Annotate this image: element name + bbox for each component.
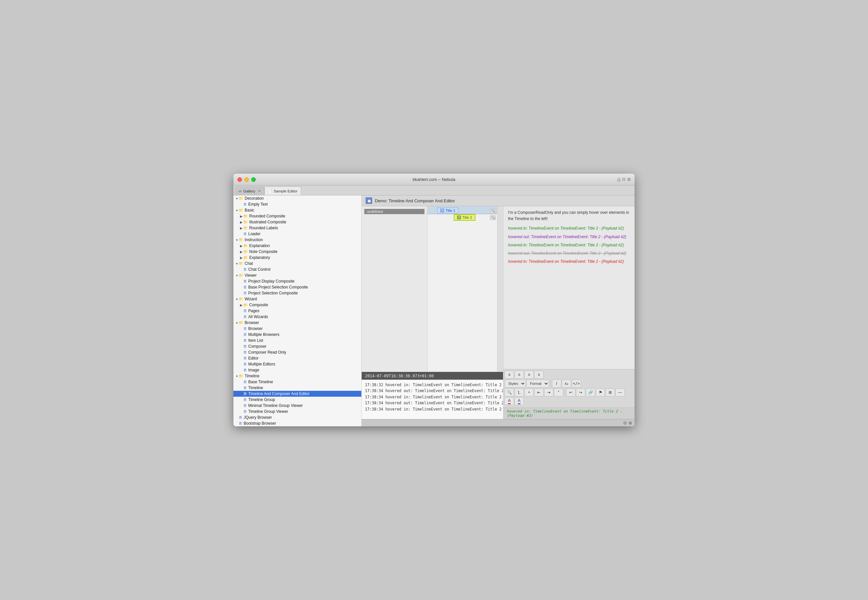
- align-left-button[interactable]: ≡: [505, 371, 514, 379]
- quote-button[interactable]: ": [554, 388, 563, 396]
- sidebar-item-jquery-browser[interactable]: 🖹 JQuery Browser: [233, 414, 361, 420]
- ordered-list-button[interactable]: 1.: [514, 388, 524, 396]
- sidebar-item-decoration[interactable]: ▾ 📁 Decoration: [233, 195, 361, 202]
- expand-window-icon[interactable]: ⊞: [629, 421, 632, 425]
- folder-icon-basic: 📁: [239, 208, 243, 212]
- sidebar-item-pages[interactable]: 🖹 Pages: [233, 308, 361, 314]
- hover-event-0: hovered in: TimelineEvent on TimelineEve…: [508, 225, 630, 232]
- sidebar-item-explanation[interactable]: ▶ 📁 Explanation: [233, 243, 361, 249]
- scroll-btn-bottom[interactable]: 🔍: [490, 215, 496, 220]
- sidebar-item-empty-text[interactable]: 🖹 Empty Text: [233, 202, 361, 207]
- sidebar-item-browser[interactable]: 🖹 Browser: [233, 326, 361, 332]
- sidebar-item-bootstrap-browser[interactable]: 🖹 Bootstrap Browser: [233, 420, 361, 426]
- leaf-icon-multiple-browsers: 🖹: [243, 333, 247, 336]
- sidebar-item-multiple-editors[interactable]: 🖹 Multiple Editors: [233, 361, 361, 367]
- sidebar-item-browser-folder[interactable]: ▾ 📁 Browser: [233, 320, 361, 326]
- table-button[interactable]: ⊞: [606, 388, 615, 396]
- hover-event-3: hovered out: TimelineEvent on TimelineEv…: [508, 250, 630, 256]
- sidebar-item-all-wizards[interactable]: 🖹 All Wizards: [233, 314, 361, 320]
- minimize-button[interactable]: [244, 177, 249, 182]
- sidebar-item-multiple-browsers[interactable]: 🖹 Multiple Browsers: [233, 332, 361, 338]
- maximize-button[interactable]: [251, 177, 256, 182]
- sidebar-item-illustrated-composite[interactable]: ▶ 📁 Illustrated Composite: [233, 219, 361, 225]
- label-composer-read-only: Composer Read Only: [248, 350, 286, 355]
- label-viewer: Viewer: [245, 273, 256, 277]
- sidebar-item-explanatory[interactable]: ▶ 📁 Explanatory: [233, 255, 361, 261]
- share-icon[interactable]: ⎙: [617, 177, 620, 182]
- title-2-label: Title 2: [462, 215, 472, 220]
- tab-gallery-label: Gallery: [243, 189, 255, 193]
- flag-button[interactable]: ⚑: [596, 388, 605, 396]
- demo-icon: ▣: [366, 197, 372, 204]
- label-bootstrap-browser: Bootstrap Browser: [243, 421, 276, 426]
- sidebar-item-rounded-composite[interactable]: ▶ 📁 Rounded Composite: [233, 213, 361, 219]
- demo-content: undefined ? Title 1 🔍: [361, 206, 635, 419]
- sidebar-item-timeline[interactable]: 🖹 Timeline: [233, 385, 361, 391]
- sidebar-item-chat-control[interactable]: 🖹 Chat Control: [233, 267, 361, 272]
- format-select[interactable]: Format: [526, 380, 549, 388]
- sidebar-item-chat[interactable]: ▾ 📁 Chat: [233, 261, 361, 267]
- timestamp-value: 2014-07-09T16:38:30.973+01:00: [365, 374, 434, 378]
- window-controls: [237, 177, 256, 182]
- leaf-icon-browser: 🖹: [243, 327, 247, 330]
- sidebar-item-timeline-and-composer-and-editor[interactable]: 🖹 Timeline And Composer And Editor: [233, 391, 361, 397]
- italic-button[interactable]: I: [552, 380, 561, 388]
- code-button[interactable]: </>: [572, 380, 581, 388]
- sidebar-item-timeline-group-viewer[interactable]: 🖹 Timeline Group Viewer: [233, 409, 361, 414]
- sidebar-item-project-selection-composite[interactable]: 🖹 Project Selection Composite: [233, 290, 361, 296]
- hover-event-4: hovered in: TimelineEvent on TimelineEve…: [508, 259, 630, 265]
- minimize-icon[interactable]: ⊟: [623, 421, 627, 425]
- sidebar-item-timeline-group[interactable]: 🖹 Timeline Group: [233, 397, 361, 403]
- sidebar-item-loader[interactable]: 🖹 Loader: [233, 231, 361, 237]
- sidebar-item-composer-read-only[interactable]: 🖹 Composer Read Only: [233, 349, 361, 355]
- sidebar-item-editor[interactable]: 🖹 Editor: [233, 355, 361, 361]
- label-composite: Composite: [249, 303, 268, 307]
- unordered-list-button[interactable]: •: [525, 388, 534, 396]
- timeline-scrollbar[interactable]: [497, 206, 503, 372]
- toolbar-row-lists: 🔍 1. • ⇤ ⇥ " ↩ ↪ 🔗 ⚑: [505, 388, 633, 396]
- redo-button[interactable]: ↪: [576, 388, 585, 396]
- sidebar-item-rounded-labels[interactable]: ▶ 📁 Rounded Labels: [233, 225, 361, 231]
- log-area: 17:38:32 hovered in: TimelineEvent on Ti…: [361, 380, 503, 419]
- link-button[interactable]: 🔗: [586, 388, 595, 396]
- tab-gallery[interactable]: 🗂 Gallery ✕: [235, 186, 265, 195]
- sidebar-item-instruction[interactable]: ▾ 📁 Instruction: [233, 237, 361, 243]
- styles-select[interactable]: Styles: [505, 380, 526, 388]
- restore-icon[interactable]: ⊡: [622, 177, 625, 182]
- leaf-icon-mtgv: 🖹: [243, 404, 247, 408]
- sidebar-item-item-list[interactable]: 🖹 Item List: [233, 338, 361, 344]
- sidebar-item-base-project-selection-composite[interactable]: 🖹 Base Project Selection Composite: [233, 284, 361, 290]
- sidebar-item-viewer[interactable]: ▾ 📁 Viewer: [233, 272, 361, 278]
- sidebar-item-image[interactable]: 🖹 Image: [233, 367, 361, 373]
- tab-gallery-close[interactable]: ✕: [258, 189, 261, 193]
- sidebar-item-wizard[interactable]: ▾ 📁 Wizard: [233, 296, 361, 302]
- font-color-button[interactable]: A: [505, 397, 514, 405]
- search-button[interactable]: 🔍: [505, 388, 514, 396]
- align-center-button[interactable]: ≡: [514, 371, 524, 379]
- subscript-button[interactable]: x₂: [562, 380, 571, 388]
- sidebar-item-composite[interactable]: ▶ 📁 Composite: [233, 302, 361, 308]
- sidebar-item-base-timeline[interactable]: 🖹 Base Timeline: [233, 379, 361, 385]
- toolbar-divider-1: [550, 380, 551, 387]
- tab-sample-editor[interactable]: 📄 Sample Editor: [265, 186, 301, 195]
- align-right-button[interactable]: ≡: [525, 371, 534, 379]
- folder-icon-composite: 📁: [243, 303, 248, 307]
- undo-button[interactable]: ↩: [566, 388, 575, 396]
- undefined-badge: undefined: [364, 209, 425, 214]
- align-justify-button[interactable]: ≡: [534, 371, 543, 379]
- sidebar-item-minimal-timeline-group-viewer[interactable]: 🖹 Minimal Timeline Group Viewer: [233, 403, 361, 409]
- sidebar-item-project-display-composite[interactable]: 🖹 Project Display Composite: [233, 278, 361, 284]
- sidebar-item-basic[interactable]: ▾ 📁 Basic: [233, 207, 361, 213]
- expand-icon[interactable]: ⊞: [628, 177, 631, 182]
- sidebar-item-timeline-folder[interactable]: ▾ 📁 Timeline: [233, 373, 361, 379]
- scroll-btn-top[interactable]: 🔍: [490, 209, 496, 214]
- sidebar-item-composer[interactable]: 🖹 Composer: [233, 344, 361, 349]
- hr-button[interactable]: —: [615, 388, 625, 396]
- highlight-color-button[interactable]: A: [514, 397, 524, 405]
- indent-decrease-button[interactable]: ⇤: [534, 388, 543, 396]
- sidebar-item-note-composite[interactable]: ▶ 📁 Note Composite: [233, 249, 361, 255]
- indent-increase-button[interactable]: ⇥: [544, 388, 553, 396]
- font-color-icon: A: [508, 398, 511, 404]
- close-button[interactable]: [237, 177, 242, 182]
- leaf-icon-composer: 🖹: [243, 344, 247, 348]
